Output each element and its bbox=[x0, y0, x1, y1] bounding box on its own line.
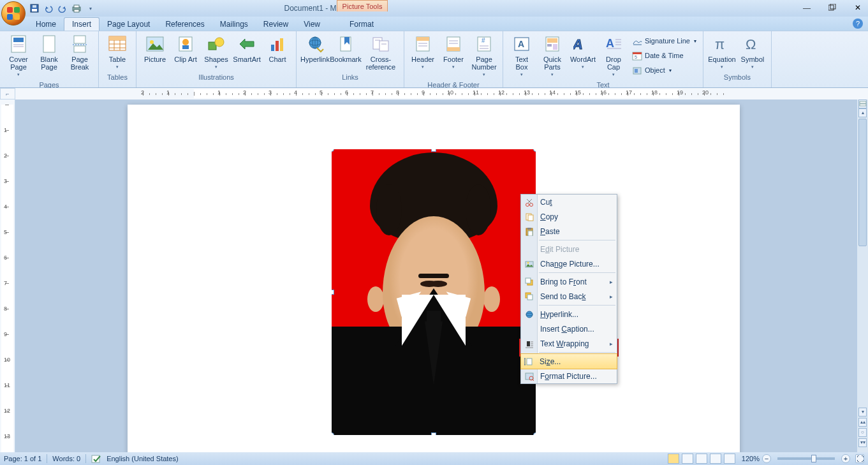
page[interactable] bbox=[128, 105, 740, 452]
tab-format[interactable]: Format bbox=[342, 18, 381, 31]
menu-cut[interactable]: Cut bbox=[521, 195, 617, 209]
clip-art-button[interactable]: Clip Art bbox=[171, 33, 200, 64]
prev-page-button[interactable]: ▴▴ bbox=[858, 418, 867, 427]
footer-button[interactable]: Footer bbox=[439, 33, 468, 72]
chart-button[interactable]: Chart bbox=[263, 33, 292, 64]
print-icon[interactable] bbox=[70, 2, 83, 15]
undo-icon[interactable] bbox=[42, 2, 55, 15]
view-draft[interactable] bbox=[724, 454, 735, 464]
menu-format-picture[interactable]: Format Picture... bbox=[521, 369, 617, 383]
hyperlink-icon bbox=[305, 34, 325, 54]
proofing-icon[interactable] bbox=[91, 454, 101, 463]
menu-insert-caption[interactable]: Insert Caption... bbox=[521, 321, 617, 336]
signature-line-button[interactable]: Signature Line▾ bbox=[632, 34, 696, 48]
view-print-layout[interactable] bbox=[668, 454, 679, 464]
status-words[interactable]: Words: 0 bbox=[52, 455, 80, 462]
scroll-down-button[interactable]: ▾ bbox=[858, 408, 867, 417]
zoom-fit-button[interactable]: ⛶ bbox=[855, 454, 864, 463]
signature-icon bbox=[632, 36, 642, 46]
tab-references[interactable]: References bbox=[158, 18, 212, 31]
page-number-button[interactable]: #Page Number bbox=[469, 33, 499, 80]
tab-home[interactable]: Home bbox=[28, 18, 64, 31]
picture-button[interactable]: Picture bbox=[140, 33, 170, 64]
svg-rect-7 bbox=[830, 4, 835, 9]
status-page[interactable]: Page: 1 of 1 bbox=[4, 455, 41, 462]
tab-mailings[interactable]: Mailings bbox=[212, 18, 256, 31]
shapes-button[interactable]: Shapes bbox=[202, 33, 231, 72]
menu-size[interactable]: Size... bbox=[520, 353, 617, 369]
svg-rect-30 bbox=[271, 45, 274, 51]
vertical-ruler[interactable]: 123456789101112131415 bbox=[0, 100, 15, 452]
svg-rect-4 bbox=[74, 5, 79, 8]
svg-point-84 bbox=[527, 262, 529, 263]
save-icon[interactable] bbox=[28, 2, 41, 15]
scroll-up-button[interactable]: ▴ bbox=[858, 108, 867, 117]
cover-page-icon bbox=[8, 34, 29, 54]
menu-copy[interactable]: Copy bbox=[521, 209, 617, 224]
browse-object-button[interactable]: ○ bbox=[858, 428, 867, 437]
tab-page-layout[interactable]: Page Layout bbox=[99, 18, 158, 31]
menu-bring-to-front[interactable]: Bring to Front▸ bbox=[521, 274, 617, 289]
zoom-level[interactable]: 120% bbox=[742, 455, 760, 462]
svg-line-77 bbox=[527, 199, 531, 203]
svg-rect-102 bbox=[860, 101, 866, 103]
tab-insert[interactable]: Insert bbox=[64, 17, 99, 31]
cover-page-button[interactable]: Cover Page bbox=[4, 33, 33, 80]
redo-icon[interactable] bbox=[56, 2, 69, 15]
resize-handle-br[interactable] bbox=[533, 432, 536, 435]
menu-hyperlink[interactable]: Hyperlink... bbox=[521, 307, 617, 321]
zoom-out-button[interactable]: − bbox=[762, 454, 771, 463]
resize-handle-tr[interactable] bbox=[533, 149, 536, 152]
symbol-button[interactable]: ΩSymbol bbox=[738, 33, 767, 72]
blank-page-icon bbox=[39, 34, 59, 54]
smartart-button[interactable]: SmartArt bbox=[232, 33, 261, 64]
quick-parts-button[interactable]: Quick Parts bbox=[538, 33, 567, 80]
menu-change-picture[interactable]: Change Picture... bbox=[521, 256, 617, 271]
page-break-button[interactable]: Page Break bbox=[65, 33, 94, 72]
bookmark-button[interactable]: Bookmark bbox=[331, 33, 360, 64]
date-time-button[interactable]: 5Date & Time bbox=[632, 48, 696, 63]
menu-paste[interactable]: Paste bbox=[521, 224, 617, 239]
header-icon bbox=[413, 34, 433, 54]
minimize-button[interactable]: — bbox=[798, 1, 816, 14]
table-button[interactable]: Table bbox=[103, 33, 132, 72]
hyperlink-button[interactable]: Hyperlink bbox=[300, 33, 330, 64]
menu-text-wrapping[interactable]: Text Wrapping▸ bbox=[521, 336, 617, 351]
resize-handle-bm[interactable] bbox=[431, 432, 436, 435]
view-web-layout[interactable] bbox=[696, 454, 707, 464]
cross-reference-button[interactable]: Cross-reference bbox=[362, 33, 400, 72]
view-outline[interactable] bbox=[710, 454, 721, 464]
menu-send-to-back[interactable]: Send to Back▸ bbox=[521, 289, 617, 304]
close-button[interactable]: ✕ bbox=[849, 1, 867, 14]
horizontal-ruler[interactable]: ⌐ 211234567891011121314151617181920 bbox=[0, 88, 868, 100]
header-button[interactable]: Header bbox=[408, 33, 438, 72]
ruler-toggle-button[interactable] bbox=[858, 100, 867, 108]
scroll-thumb[interactable] bbox=[858, 119, 867, 246]
office-button[interactable] bbox=[1, 1, 26, 26]
drop-cap-button[interactable]: ADrop Cap bbox=[599, 33, 628, 80]
object-button[interactable]: Object▾ bbox=[632, 63, 696, 77]
copy-icon bbox=[524, 211, 535, 223]
tab-review[interactable]: Review bbox=[256, 18, 296, 31]
zoom-slider[interactable] bbox=[777, 457, 835, 460]
status-language[interactable]: English (United States) bbox=[107, 455, 179, 462]
zoom-in-button[interactable]: + bbox=[841, 454, 850, 463]
ruler-corner[interactable]: ⌐ bbox=[0, 88, 15, 100]
vertical-scrollbar[interactable]: ▴ ▾ ▴▴ ○ ▾▾ bbox=[857, 100, 868, 452]
qat-customize-icon[interactable]: ▾ bbox=[84, 2, 97, 15]
blank-page-button[interactable]: Blank Page bbox=[34, 33, 64, 72]
svg-text:A: A bbox=[606, 37, 614, 50]
inserted-picture[interactable] bbox=[332, 149, 536, 435]
maximize-button[interactable] bbox=[823, 1, 841, 14]
view-full-screen[interactable] bbox=[682, 454, 693, 464]
resize-handle-tm[interactable] bbox=[431, 149, 436, 152]
equation-button[interactable]: πEquation bbox=[707, 33, 737, 72]
text-box-button[interactable]: AText Box bbox=[507, 33, 536, 80]
tab-view[interactable]: View bbox=[296, 18, 328, 31]
next-page-button[interactable]: ▾▾ bbox=[858, 438, 867, 447]
svg-rect-86 bbox=[526, 278, 531, 283]
wordart-button[interactable]: AWordArt bbox=[568, 33, 598, 72]
resize-handle-ml[interactable] bbox=[332, 290, 334, 295]
help-icon[interactable]: ? bbox=[853, 18, 863, 29]
resize-handle-tl[interactable] bbox=[332, 149, 334, 152]
